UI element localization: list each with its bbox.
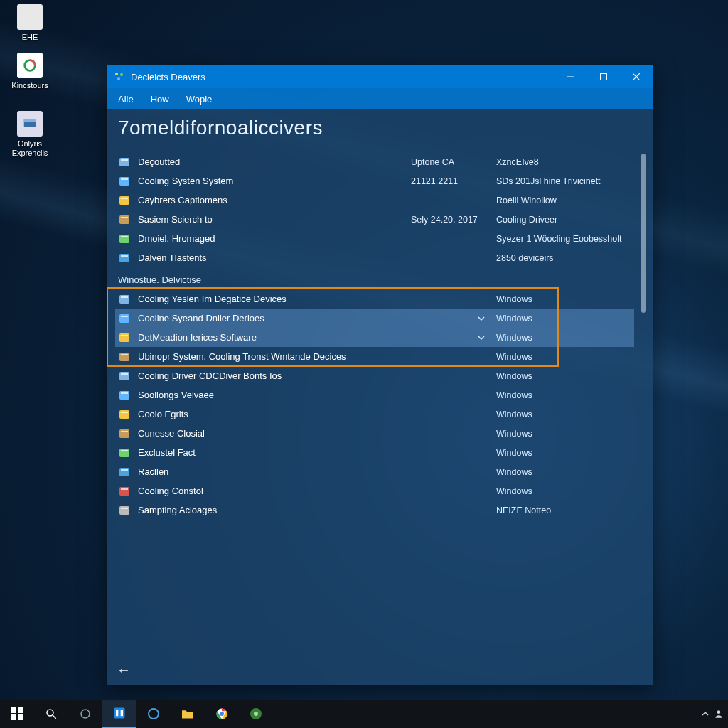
svg-rect-24: [119, 314, 129, 323]
row-icon: [118, 232, 131, 245]
svg-rect-12: [119, 177, 129, 186]
list-item[interactable]: Sampting AcloagesNEIZE Notteo: [115, 500, 634, 520]
tray-user-icon[interactable]: [714, 709, 724, 719]
list-item[interactable]: Exclustel FactWindows: [115, 443, 634, 462]
list-item[interactable]: RacllenWindows: [115, 462, 634, 481]
list-item-label: Dalven Tlastents: [138, 252, 404, 263]
list-item[interactable]: Dmoiel. HromagedSyezer 1 Wöocling Eoobes…: [115, 229, 634, 248]
window-title: Decieicts Deavers: [131, 72, 555, 82]
svg-rect-21: [121, 255, 128, 257]
scrollbar[interactable]: [641, 154, 646, 313]
list-item[interactable]: Caybrers CaptiomensRoelll Winollow: [115, 191, 634, 210]
list-item-right: Windows: [496, 467, 631, 477]
svg-rect-7: [601, 74, 607, 80]
list-item[interactable]: Coolo EgritsWindows: [115, 405, 634, 424]
list-item[interactable]: Cooling Driver CDCDiver Bonts IosWindows: [115, 366, 634, 385]
row-icon: [118, 252, 131, 264]
list-item[interactable]: Ubinopr System. Cooling Tronst Wmtande D…: [115, 347, 634, 366]
row-icon: [118, 194, 131, 207]
svg-rect-39: [121, 450, 128, 451]
desktop-icon-kincstours[interactable]: Kincstours: [7, 53, 53, 90]
svg-rect-47: [18, 707, 23, 713]
svg-rect-17: [121, 217, 128, 218]
svg-rect-19: [121, 236, 128, 237]
svg-rect-13: [121, 178, 128, 180]
svg-rect-29: [121, 354, 128, 355]
list-item[interactable]: Cooling Systen System21121,2211SDs 201Js…: [115, 171, 634, 191]
list-item-right: SDs 201Jsl hine Trivicinett: [496, 176, 631, 186]
list-item-label: Caybrers Captiomens: [138, 195, 404, 205]
desktop-icon-ehe[interactable]: EHE: [7, 4, 53, 42]
row-icon: [118, 408, 131, 421]
row-icon: [118, 331, 131, 344]
close-button[interactable]: [620, 65, 653, 88]
menu-wople[interactable]: Wople: [186, 94, 213, 105]
row-icon: [118, 350, 131, 363]
taskbar-app-cortana-icon[interactable]: [136, 700, 171, 728]
list-item[interactable]: Cooling Yeslen Im Degatice DevicesWindow…: [115, 289, 634, 309]
list-item-label: Cooling Systen System: [138, 176, 404, 186]
svg-rect-15: [121, 198, 128, 199]
list-item[interactable]: Cunesse ClosialWindows: [115, 424, 634, 443]
svg-point-50: [47, 710, 53, 716]
minimize-button[interactable]: [555, 65, 587, 88]
start-button[interactable]: [0, 700, 34, 728]
search-button[interactable]: [34, 700, 68, 728]
row-icon: [118, 175, 131, 188]
taskbar-app-folder[interactable]: [171, 700, 205, 728]
svg-rect-36: [119, 429, 129, 438]
list-item[interactable]: DeçouttedUptone CAXzncEIve8: [115, 152, 634, 171]
svg-rect-45: [121, 508, 128, 509]
svg-rect-34: [119, 410, 129, 419]
list-item-label: Dmoiel. Hromaged: [138, 233, 404, 244]
desktop-icon-onlyris[interactable]: Onlyris Exprenclis: [7, 111, 53, 157]
back-button[interactable]: ←: [117, 662, 131, 678]
taskbar-app-1[interactable]: [102, 700, 136, 728]
list-item[interactable]: DetMeadion Ierices SoftwareWindows: [115, 328, 634, 347]
list-mid: Sely 24.20, 2017: [411, 215, 489, 225]
svg-rect-10: [119, 158, 129, 166]
svg-point-3: [115, 73, 118, 75]
svg-rect-28: [119, 353, 129, 361]
menu-alle[interactable]: Alle: [118, 94, 134, 105]
list-item[interactable]: Soollongs VelvaeeWindows: [115, 385, 634, 405]
svg-rect-38: [119, 449, 129, 457]
list-item-label: Cooling Constol: [138, 486, 489, 496]
svg-rect-55: [121, 710, 123, 716]
svg-rect-41: [121, 469, 128, 471]
list-item[interactable]: Cooling ConstolWindows: [115, 481, 634, 500]
svg-rect-2: [24, 119, 36, 122]
row-icon: [118, 427, 131, 440]
row-icon: [118, 293, 131, 306]
svg-rect-16: [119, 215, 129, 224]
list-item-right: Windows: [496, 352, 631, 362]
list-item-right: Windows: [496, 390, 631, 400]
taskbar: [0, 700, 728, 728]
list-item[interactable]: Dalven Tlastents2850 deviceirs: [115, 248, 634, 267]
list-item-right: Windows: [496, 314, 631, 323]
list-item[interactable]: Sasiem Scierch toSely 24.20, 2017Cooling…: [115, 210, 634, 229]
cortana-button[interactable]: [68, 700, 102, 728]
list-item-right: 2850 deviceirs: [496, 253, 631, 263]
list-item-label: Cooling Driver CDCDiver Bonts Ios: [138, 370, 489, 381]
list-item-right: Cooling Driveer: [496, 215, 631, 225]
taskbar-app-green[interactable]: [239, 700, 273, 728]
desktop-icon-label: Onlyris Exprenclis: [7, 139, 53, 157]
desktop-icon-label: Kincstours: [7, 81, 53, 90]
menu-how[interactable]: How: [151, 94, 169, 105]
row-icon: [118, 370, 131, 382]
titlebar[interactable]: Decieicts Deavers: [107, 65, 653, 88]
row-icon: [118, 466, 131, 478]
tray-chevron-icon[interactable]: [701, 710, 710, 718]
svg-rect-53: [114, 708, 125, 719]
taskbar-app-chrome[interactable]: [205, 700, 239, 728]
svg-rect-48: [11, 714, 16, 720]
system-tray[interactable]: [701, 709, 728, 719]
svg-rect-14: [119, 196, 129, 205]
app-icon: [17, 53, 43, 78]
svg-rect-23: [121, 296, 128, 298]
maximize-button[interactable]: [587, 65, 620, 88]
list-item[interactable]: Coollne Syeand Dnlier DerioesWindows: [115, 309, 634, 328]
list-item-label: Cunesse Closial: [138, 428, 489, 439]
list-item-label: DetMeadion Ierices Software: [138, 332, 471, 343]
